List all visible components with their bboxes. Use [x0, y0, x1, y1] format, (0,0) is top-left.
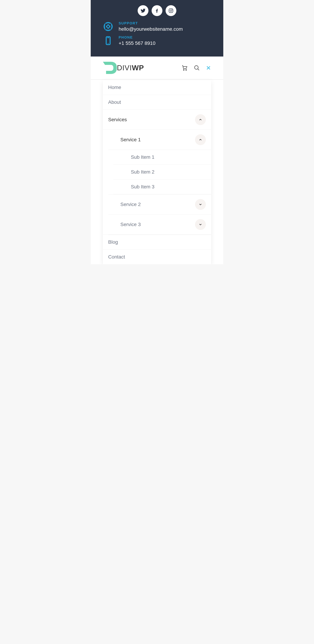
social-links — [103, 5, 211, 16]
menu-label: Blog — [108, 239, 118, 245]
menu-item-service-1[interactable]: Service 1 — [108, 130, 211, 150]
menu-item-blog[interactable]: Blog — [103, 234, 211, 250]
menu-item-contact[interactable]: Contact — [103, 250, 211, 264]
logo[interactable]: DIVIWP — [103, 62, 144, 74]
facebook-icon[interactable] — [152, 5, 162, 16]
phone-number[interactable]: +1 555 567 8910 — [118, 40, 156, 46]
phone-icon — [103, 36, 114, 46]
chevron-down-icon[interactable] — [195, 199, 206, 210]
menu-label: Service 1 — [120, 137, 141, 142]
svg-point-4 — [106, 25, 110, 28]
svg-point-8 — [183, 70, 184, 70]
menu-item-about[interactable]: About — [103, 95, 211, 110]
chevron-up-icon[interactable] — [195, 114, 206, 125]
chevron-down-icon[interactable] — [195, 219, 206, 230]
svg-point-9 — [186, 70, 187, 70]
header: DIVIWP — [91, 56, 223, 79]
cart-icon[interactable] — [182, 65, 188, 71]
twitter-icon[interactable] — [138, 5, 148, 16]
topbar: SUPPORT hello@yourwebsitename.com PHONE … — [91, 0, 223, 56]
menu-label: Services — [108, 117, 127, 122]
logo-text: DIVIWP — [117, 64, 144, 72]
menu-item-sub-3[interactable]: Sub Item 3 — [114, 180, 211, 194]
svg-point-10 — [194, 66, 198, 69]
menu-label: Sub Item 2 — [131, 169, 154, 175]
menu-label: Service 2 — [120, 202, 141, 207]
svg-point-1 — [170, 10, 172, 12]
mobile-menu: Home About Services Service 1 Sub Item 1 — [103, 80, 211, 264]
svg-point-6 — [108, 43, 109, 44]
menu-label: Sub Item 3 — [131, 184, 154, 190]
search-icon[interactable] — [194, 65, 200, 71]
header-icons — [182, 65, 211, 71]
menu-item-service-3[interactable]: Service 3 — [108, 214, 211, 234]
instagram-icon[interactable] — [166, 5, 176, 16]
logo-mark-icon — [103, 62, 117, 74]
menu-label: Service 3 — [120, 222, 141, 227]
menu-item-home[interactable]: Home — [103, 80, 211, 95]
phone-label: PHONE — [118, 36, 156, 40]
svg-line-11 — [198, 69, 199, 70]
phone-block: PHONE +1 555 567 8910 — [103, 36, 211, 46]
chevron-up-icon[interactable] — [195, 134, 206, 145]
svg-point-2 — [172, 9, 172, 10]
menu-label: Sub Item 1 — [131, 154, 154, 160]
menu-label: Home — [108, 84, 121, 90]
menu-item-sub-2[interactable]: Sub Item 2 — [114, 165, 211, 180]
menu-item-service-2[interactable]: Service 2 — [108, 194, 211, 214]
close-menu-icon[interactable] — [206, 65, 211, 70]
menu-label: Contact — [108, 254, 125, 260]
lifebuoy-icon — [103, 21, 114, 32]
support-label: SUPPORT — [118, 21, 183, 25]
menu-item-sub-1[interactable]: Sub Item 1 — [114, 150, 211, 165]
support-block: SUPPORT hello@yourwebsitename.com — [103, 21, 211, 32]
support-email[interactable]: hello@yourwebsitename.com — [118, 26, 183, 32]
menu-item-services[interactable]: Services — [103, 110, 211, 130]
menu-label: About — [108, 100, 121, 105]
